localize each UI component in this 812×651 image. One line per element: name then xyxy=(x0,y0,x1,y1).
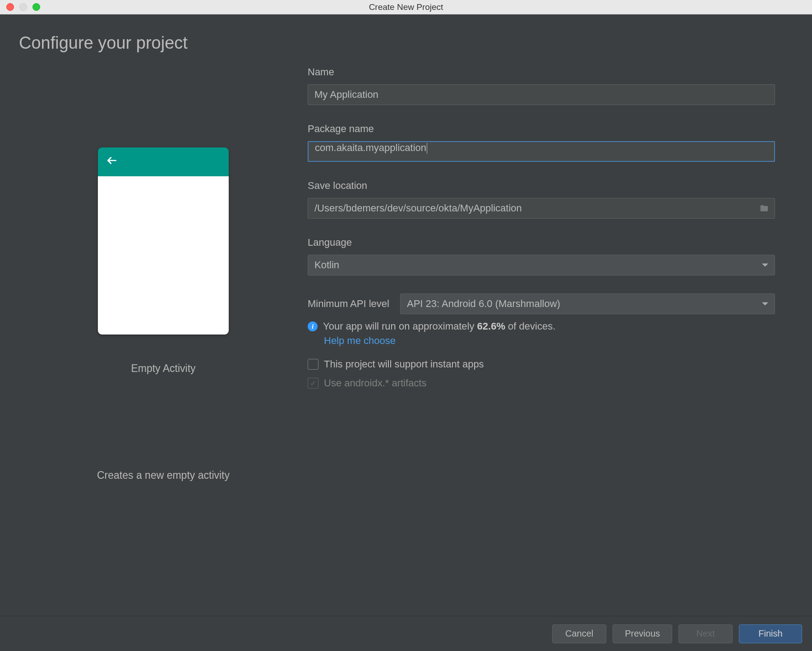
minimize-window-button[interactable] xyxy=(19,3,27,11)
api-level-label: Minimum API level xyxy=(308,298,389,310)
cancel-button[interactable]: Cancel xyxy=(552,624,606,643)
page-title: Configure your project xyxy=(19,33,793,53)
checkmark-icon: ✓ xyxy=(310,378,317,388)
location-label: Save location xyxy=(308,180,775,192)
traffic-lights xyxy=(0,3,40,11)
dialog-footer: Cancel Previous Next Finish xyxy=(0,616,812,651)
preview-body xyxy=(98,176,229,335)
info-icon: i xyxy=(308,321,318,331)
instant-apps-row: This project will support instant apps xyxy=(308,358,775,370)
template-preview-column: Empty Activity Creates a new empty activ… xyxy=(19,66,308,616)
chevron-down-icon xyxy=(762,303,768,306)
help-me-choose-link[interactable]: Help me choose xyxy=(324,335,775,347)
language-value: Kotlin xyxy=(314,259,339,271)
androidx-row: ✓ Use androidx.* artifacts xyxy=(308,377,775,389)
back-arrow-icon xyxy=(106,155,118,170)
api-level-select[interactable]: API 23: Android 6.0 (Marshmallow) xyxy=(400,293,775,314)
package-input[interactable]: com.akaita.myapplication xyxy=(308,141,775,162)
api-info-row: i Your app will run on approximately 62.… xyxy=(308,321,775,332)
package-group: Package name com.akaita.myapplication xyxy=(308,123,775,162)
dialog-content: Configure your project Empty Acti xyxy=(0,14,812,651)
language-label: Language xyxy=(308,237,775,248)
name-input[interactable] xyxy=(308,84,775,105)
template-name: Empty Activity xyxy=(131,362,195,375)
location-input[interactable] xyxy=(308,198,775,219)
finish-button[interactable]: Finish xyxy=(739,624,802,643)
name-group: Name xyxy=(308,66,775,105)
location-input-wrapper xyxy=(308,198,775,219)
androidx-checkbox: ✓ xyxy=(308,378,318,389)
androidx-label: Use androidx.* artifacts xyxy=(324,377,426,389)
titlebar: Create New Project xyxy=(0,0,812,14)
form-column: Name Package name com.akaita.myapplicati… xyxy=(308,66,793,616)
maximize-window-button[interactable] xyxy=(32,3,40,11)
package-value: com.akaita.myapplication xyxy=(315,142,426,153)
main-area: Empty Activity Creates a new empty activ… xyxy=(0,66,812,616)
language-group: Language Kotlin xyxy=(308,237,775,275)
template-description: Creates a new empty activity xyxy=(97,469,230,481)
package-label: Package name xyxy=(308,123,775,135)
language-select[interactable]: Kotlin xyxy=(308,255,775,275)
dialog-window: Create New Project Configure your projec… xyxy=(0,0,812,651)
close-window-button[interactable] xyxy=(6,3,14,11)
api-level-row: Minimum API level API 23: Android 6.0 (M… xyxy=(308,293,775,314)
name-label: Name xyxy=(308,66,775,78)
template-preview xyxy=(98,147,229,335)
api-info-text: Your app will run on approximately 62.6%… xyxy=(323,321,555,332)
previous-button[interactable]: Previous xyxy=(613,624,672,643)
instant-apps-label: This project will support instant apps xyxy=(324,358,484,370)
location-group: Save location xyxy=(308,180,775,219)
header: Configure your project xyxy=(0,14,812,66)
api-level-value: API 23: Android 6.0 (Marshmallow) xyxy=(407,298,560,310)
text-cursor xyxy=(427,143,427,154)
chevron-down-icon xyxy=(762,264,768,267)
preview-appbar xyxy=(98,147,229,176)
folder-browse-icon[interactable] xyxy=(759,204,770,213)
window-title: Create New Project xyxy=(369,2,443,12)
next-button[interactable]: Next xyxy=(678,624,733,643)
instant-apps-checkbox[interactable] xyxy=(308,359,318,370)
